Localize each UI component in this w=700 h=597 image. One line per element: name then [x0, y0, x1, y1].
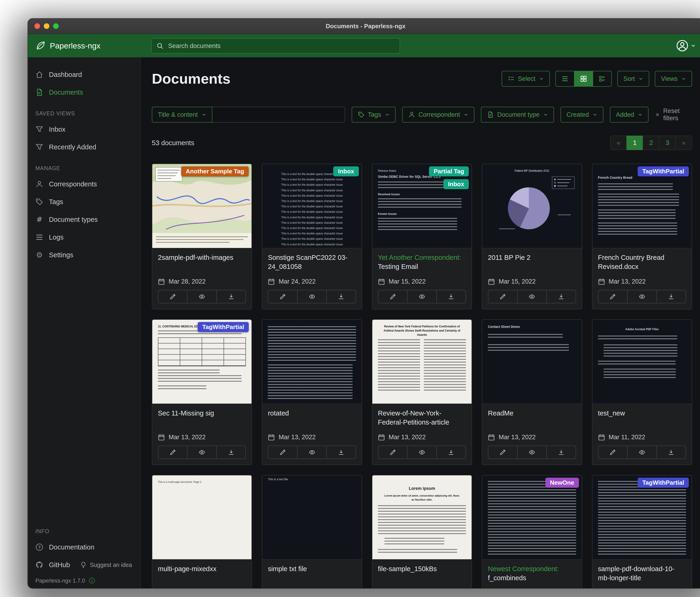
window-titlebar[interactable]: Documents - Paperless-ngx [28, 19, 700, 34]
document-title[interactable]: French Country Bread Revised.docx [598, 253, 686, 274]
document-title[interactable]: Yet Another Correspondent: Testing Email [378, 253, 466, 274]
sidebar-item-recently-added[interactable]: Recently Added [28, 138, 140, 156]
sidebar-item-correspondents[interactable]: Correspondents [28, 175, 140, 193]
edit-document-button[interactable] [268, 446, 297, 459]
edit-document-button[interactable] [488, 290, 518, 303]
document-thumbnail[interactable]: Review of New York Federal Petitions for… [372, 320, 472, 404]
edit-document-button[interactable] [488, 446, 518, 459]
sidebar-item-documents[interactable]: Documents [28, 83, 140, 101]
grid-view-button[interactable] [574, 71, 593, 87]
edit-document-button[interactable] [158, 446, 188, 459]
sidebar-item-logs[interactable]: Logs [28, 229, 140, 246]
close-window-button[interactable] [34, 23, 40, 29]
views-button[interactable]: Views [655, 71, 692, 87]
document-title[interactable]: test_new [598, 409, 686, 430]
download-document-button[interactable] [546, 446, 576, 459]
global-search[interactable] [151, 38, 400, 54]
sidebar-item-inbox[interactable]: Inbox [28, 120, 140, 138]
pagination-page-button[interactable]: 2 [643, 136, 659, 150]
download-document-button[interactable] [326, 290, 356, 303]
tag-badge[interactable]: TagWithPartial [638, 478, 689, 488]
tags-filter-button[interactable]: Tags [352, 107, 396, 123]
zoom-window-button[interactable] [53, 23, 59, 29]
document-thumbnail[interactable]: Release Notes Simba ODBC Driver for SQL … [372, 164, 472, 248]
document-title[interactable]: rotated [268, 409, 356, 430]
document-title[interactable]: Sonstige ScanPC2022 03-24_081058 [268, 253, 356, 274]
minimize-window-button[interactable] [44, 23, 49, 29]
download-document-button[interactable] [216, 446, 246, 459]
edit-document-button[interactable] [378, 446, 407, 459]
download-document-button[interactable] [436, 446, 466, 459]
document-title[interactable]: Review-of-New-York-Federal-Petitions-art… [378, 409, 466, 430]
document-title[interactable]: 2011 BP Pie 2 [488, 253, 576, 274]
view-document-button[interactable] [407, 446, 436, 459]
tag-badge[interactable]: Inbox [333, 166, 359, 176]
document-thumbnail[interactable]: This is a multi page document. Page 1. [152, 475, 251, 560]
reset-filters-button[interactable]: Reset filters [655, 108, 692, 122]
document-thumbnail[interactable] [262, 320, 361, 404]
pagination-page-button[interactable]: 3 [659, 136, 676, 150]
title-content-dropdown[interactable]: Title & content [152, 107, 212, 123]
document-title[interactable]: simple txt file [268, 564, 356, 588]
view-document-button[interactable] [297, 446, 327, 459]
download-document-button[interactable] [656, 290, 686, 303]
pagination-prev-button[interactable]: « [610, 136, 627, 150]
document-thumbnail[interactable]: This is a test file. [262, 475, 361, 560]
document-title[interactable]: ReadMe [488, 409, 576, 430]
document-thumbnail[interactable]: French Country Bread TagWithPartial [593, 164, 692, 248]
edit-document-button[interactable] [598, 446, 628, 459]
tag-badge[interactable]: Partial Tag [429, 166, 469, 176]
pagination-next-button[interactable]: » [675, 136, 692, 150]
title-content-input[interactable] [212, 107, 345, 123]
edit-document-button[interactable] [598, 290, 628, 303]
view-document-button[interactable] [187, 290, 217, 303]
sidebar-item-documentation[interactable]: Documentation [28, 538, 140, 556]
document-title[interactable]: file-sample_150kBs [378, 564, 466, 588]
download-document-button[interactable] [656, 446, 686, 459]
added-filter-button[interactable]: Added [610, 107, 649, 123]
document-thumbnail[interactable]: 11. CONTINUING MEDICAL EDUCATION TagWith… [152, 320, 251, 404]
correspondent-link[interactable]: Newest Correspondent: [488, 565, 559, 573]
document-thumbnail[interactable]: TagWithPartial [593, 475, 692, 560]
suggest-idea-link[interactable]: Suggest an idea [70, 562, 132, 568]
download-document-button[interactable] [216, 290, 246, 303]
sidebar-item-tags[interactable]: Tags [28, 193, 140, 211]
edit-document-button[interactable] [378, 290, 407, 303]
document-type-filter-button[interactable]: Document type [481, 107, 554, 123]
view-document-button[interactable] [627, 446, 657, 459]
download-document-button[interactable] [546, 290, 576, 303]
correspondent-filter-button[interactable]: Correspondent [402, 107, 475, 123]
sidebar-item-document-types[interactable]: # Document types [28, 211, 140, 229]
document-thumbnail[interactable]: Contact Sheet Demo [482, 320, 581, 404]
tag-badge[interactable]: Another Sample Tag [181, 166, 249, 176]
document-thumbnail[interactable]: Another Sample Tag [152, 164, 251, 248]
document-title[interactable]: sample-pdf-download-10-mb-longer-title [598, 564, 686, 588]
document-title[interactable]: multi-page-mixedxx [158, 564, 246, 588]
download-document-button[interactable] [326, 446, 356, 459]
document-title[interactable]: Newest Correspondent: f_combineds [488, 564, 576, 588]
view-document-button[interactable] [187, 446, 217, 459]
document-thumbnail[interactable]: Adobe Acrobat PDF Files [593, 320, 692, 404]
document-title[interactable]: 2sample-pdf-with-images [158, 253, 246, 274]
user-menu[interactable] [676, 34, 696, 57]
view-document-button[interactable] [407, 290, 436, 303]
edit-document-button[interactable] [268, 290, 297, 303]
view-document-button[interactable] [297, 290, 327, 303]
app-brand[interactable]: Paperless-ngx [35, 41, 100, 51]
sidebar-item-github[interactable]: GitHub [28, 556, 70, 574]
view-document-button[interactable] [517, 446, 547, 459]
detail-view-button[interactable] [593, 71, 612, 87]
tag-badge[interactable]: TagWithPartial [198, 322, 249, 332]
search-input[interactable] [167, 42, 395, 50]
pagination-page-button[interactable]: 1 [626, 136, 643, 150]
edit-document-button[interactable] [158, 290, 188, 303]
view-document-button[interactable] [627, 290, 657, 303]
document-thumbnail[interactable]: NewOne [482, 475, 581, 560]
sidebar-item-settings[interactable]: ⚙ Settings [28, 246, 140, 264]
sidebar-item-dashboard[interactable]: Dashboard [28, 66, 140, 83]
tag-badge[interactable]: TagWithPartial [638, 166, 689, 176]
document-thumbnail[interactable]: Patient BP Distribution 2011 [482, 164, 581, 248]
document-thumbnail[interactable]: This is a test for the double space char… [262, 164, 361, 248]
download-document-button[interactable] [436, 290, 466, 303]
created-filter-button[interactable]: Created [560, 107, 603, 123]
